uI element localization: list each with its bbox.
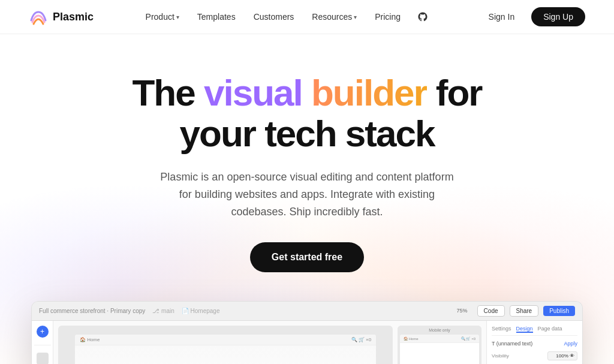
hero-title-part2: for: [427, 72, 482, 113]
nav-links: Product ▾ Templates Customers Resources …: [139, 8, 434, 26]
hero-builder-word: builder: [311, 72, 427, 113]
app-main: 🏠 Home 🔍 🛒 ×0 New collection! Text A nam…: [53, 321, 486, 364]
navbar: Plasmic Product ▾ Templates Customers Re…: [0, 0, 614, 34]
hero-section: The visual builder for your tech stack P…: [0, 34, 614, 364]
app-branch: ⎇ main: [152, 308, 174, 314]
text-element-label: T (unnamed text): [492, 341, 532, 347]
hero-visual-word: visual: [204, 72, 311, 113]
mobile-canvas: Mobile only 🏠 Home 🔍 🛒 ×0 New collection…: [398, 326, 481, 364]
sidebar-right: Settings Design Page data T (unnamed tex…: [486, 321, 582, 364]
text-element-row: T (unnamed text) Apply: [492, 341, 577, 347]
nav-github[interactable]: [411, 8, 434, 26]
tab-page-data[interactable]: Page data: [538, 326, 562, 333]
signin-button[interactable]: Sign In: [479, 7, 525, 26]
nav-resources[interactable]: Resources ▾: [305, 8, 364, 25]
app-title: Full commerce storefront · Primary copy: [39, 308, 145, 314]
nav-pricing[interactable]: Pricing: [368, 8, 408, 25]
zoom-level: 75%: [457, 308, 468, 314]
product-chevron-icon: ▾: [176, 14, 179, 20]
app-page: 📄 Homepage: [182, 308, 220, 314]
logo[interactable]: Plasmic: [29, 7, 94, 26]
nav-actions: Sign In Sign Up: [479, 7, 585, 26]
apply-button[interactable]: Apply: [564, 341, 577, 347]
nav-product[interactable]: Product ▾: [139, 8, 186, 25]
mobile-label: Mobile only: [398, 326, 481, 335]
hero-subtitle: Plasmic is an open-source visual editing…: [157, 169, 457, 220]
main-canvas: 🏠 Home 🔍 🛒 ×0 New collection! Text A nam…: [58, 326, 393, 364]
app-screenshot: Full commerce storefront · Primary copy …: [31, 301, 583, 364]
github-icon: [417, 11, 428, 22]
plus-icon[interactable]: +: [37, 326, 49, 338]
nav-customers[interactable]: Customers: [246, 8, 302, 25]
tab-settings[interactable]: Settings: [492, 326, 511, 333]
visibility-section: Visibility 100% 👁: [492, 351, 577, 360]
visibility-label: Visibility: [492, 353, 509, 359]
canvas-hero: New collection! Text A nam quisque orci …: [75, 345, 376, 364]
publish-button[interactable]: Publish: [543, 306, 575, 316]
share-button[interactable]: Share: [510, 305, 539, 317]
right-tabs: Settings Design Page data: [492, 326, 577, 336]
signup-button[interactable]: Sign Up: [531, 7, 585, 26]
hero-title-line2: your tech stack: [180, 113, 435, 154]
mobile-inner: 🏠 Home 🔍 🛒 ×0 New collection! A nam quis…: [400, 335, 479, 364]
mobile-nav: 🏠 Home 🔍 🛒 ×0: [400, 335, 479, 343]
visibility-control[interactable]: 100% 👁: [547, 351, 577, 360]
nav-templates[interactable]: Templates: [190, 8, 243, 25]
mobile-hero: New collection! A nam quisque orci ut ve…: [400, 343, 479, 364]
resources-chevron-icon: ▾: [354, 14, 357, 20]
divider: [34, 345, 51, 345]
canvas-nav: 🏠 Home 🔍 🛒 ×0: [75, 335, 376, 345]
hero-title: The visual builder for your tech stack: [12, 73, 602, 154]
hero-title-part1: The: [132, 72, 203, 113]
tab-design[interactable]: Design: [516, 326, 533, 333]
logo-label: Plasmic: [53, 11, 94, 23]
logo-icon: [29, 7, 48, 26]
sidebar-left: +: [32, 321, 53, 364]
app-toolbar: Full commerce storefront · Primary copy …: [32, 302, 582, 321]
app-content: + 🏠 Home 🔍 🛒 ×0: [32, 321, 582, 364]
cta-button[interactable]: Get started free: [250, 242, 364, 272]
right-text-element: T (unnamed text) Apply: [492, 341, 577, 347]
code-button[interactable]: Code: [477, 305, 505, 317]
canvas-inner: 🏠 Home 🔍 🛒 ×0 New collection! Text A nam…: [75, 335, 376, 364]
layers-icon[interactable]: [37, 353, 49, 364]
